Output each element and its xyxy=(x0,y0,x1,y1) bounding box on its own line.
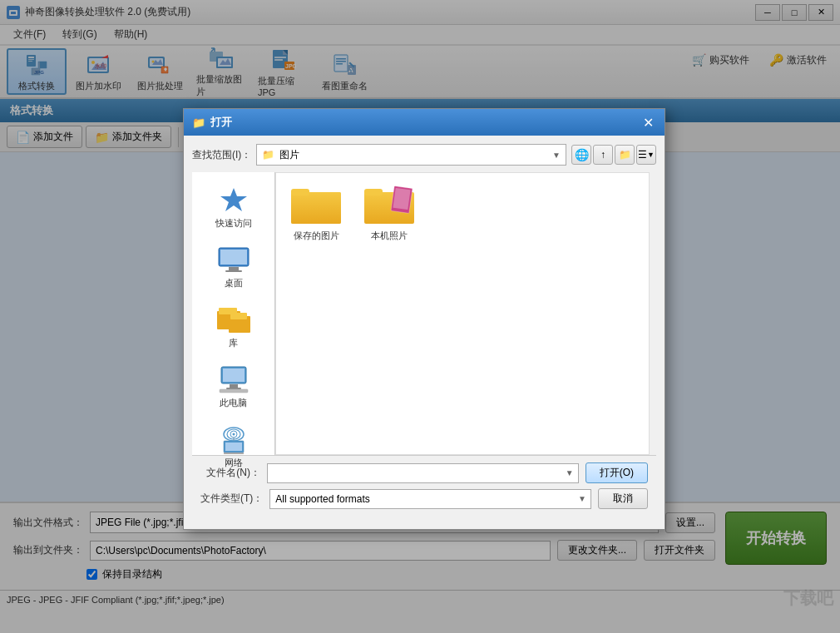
desktop-icon xyxy=(215,245,252,274)
filetype-row: 文件类型(T)： All supported formats ▼ 取消 xyxy=(200,488,648,509)
location-label: 查找范围(I)： xyxy=(192,148,251,162)
svg-rect-43 xyxy=(226,388,241,389)
location-value: 图片 xyxy=(279,148,299,162)
desktop-label: 桌面 xyxy=(225,277,243,289)
svg-rect-44 xyxy=(220,389,248,393)
nav-up-button[interactable]: ↑ xyxy=(593,145,613,165)
nav-back-icon: 🌐 xyxy=(575,148,589,161)
library-label: 库 xyxy=(229,337,238,349)
local-photos-label: 本机照片 xyxy=(371,230,408,242)
dialog-content: 查找范围(I)： 📁 图片 ▼ 🌐 ↑ 📁 xyxy=(184,136,665,529)
sidebar-item-this-pc[interactable]: 此电脑 xyxy=(197,359,270,415)
open-file-dialog: 📁 打开 ✕ 查找范围(I)： 📁 图片 ▼ 🌐 xyxy=(183,108,665,530)
dialog-cancel-button[interactable]: 取消 xyxy=(598,488,648,509)
nav-views-button[interactable]: ☰ ▼ xyxy=(636,145,656,165)
dialog-open-button[interactable]: 打开(O) xyxy=(586,462,648,483)
nav-views-icon: ☰ xyxy=(638,149,647,161)
this-pc-icon xyxy=(215,364,252,394)
svg-rect-33 xyxy=(220,250,247,265)
svg-rect-59 xyxy=(393,188,410,210)
saved-images-label: 保存的图片 xyxy=(294,230,339,242)
sidebar-item-library[interactable]: 库 xyxy=(197,299,270,355)
dialog-left-panel: 快速访问 桌面 xyxy=(192,172,275,455)
location-select[interactable]: 📁 图片 ▼ xyxy=(256,144,566,166)
dialog-title: 打开 xyxy=(210,115,232,130)
filename-input[interactable] xyxy=(267,463,579,483)
quick-access-label: 快速访问 xyxy=(215,217,252,230)
dialog-title-bar: 📁 打开 ✕ xyxy=(184,109,665,136)
nav-new-folder-button[interactable]: 📁 xyxy=(615,145,635,165)
nav-new-folder-icon: 📁 xyxy=(619,149,631,161)
location-nav: 🌐 ↑ 📁 ☰ ▼ xyxy=(571,145,656,165)
dialog-close-button[interactable]: ✕ xyxy=(640,114,656,131)
svg-marker-31 xyxy=(220,188,247,211)
nav-views-arrow: ▼ xyxy=(647,151,655,159)
location-folder-icon: 📁 xyxy=(262,149,274,161)
saved-images-folder-icon xyxy=(291,184,341,226)
file-item-local-photos[interactable]: 本机照片 xyxy=(356,180,422,246)
filetype-label: 文件类型(T)： xyxy=(200,492,263,506)
network-icon xyxy=(215,424,252,454)
library-icon xyxy=(215,304,252,334)
dialog-body: 快速访问 桌面 xyxy=(192,172,656,455)
svg-rect-57 xyxy=(364,189,383,195)
svg-rect-55 xyxy=(291,189,309,195)
filename-row: 文件名(N)： ▼ 打开(O) xyxy=(200,462,648,483)
svg-rect-41 xyxy=(223,368,245,382)
svg-rect-48 xyxy=(224,452,244,454)
svg-rect-35 xyxy=(225,270,242,272)
this-pc-label: 此电脑 xyxy=(220,397,247,409)
location-row: 查找范围(I)： 📁 图片 ▼ 🌐 ↑ 📁 xyxy=(192,144,656,166)
sidebar-item-desktop[interactable]: 桌面 xyxy=(197,239,270,295)
svg-rect-54 xyxy=(291,192,341,224)
filetype-select[interactable]: All supported formats xyxy=(269,489,591,509)
nav-up-icon: ↑ xyxy=(600,149,605,161)
sidebar-item-quick-access[interactable]: 快速访问 xyxy=(197,179,270,235)
svg-rect-34 xyxy=(229,267,239,270)
svg-point-52 xyxy=(232,433,235,436)
quick-access-icon xyxy=(215,185,252,215)
dialog-title-icon: 📁 xyxy=(192,116,205,129)
filename-label: 文件名(N)： xyxy=(200,466,260,480)
local-photos-folder-icon xyxy=(364,184,414,226)
file-item-saved-images[interactable]: 保存的图片 xyxy=(283,180,349,246)
dialog-file-area: 保存的图片 xyxy=(275,172,650,455)
nav-back-button[interactable]: 🌐 xyxy=(571,145,591,165)
svg-rect-46 xyxy=(225,443,242,451)
location-dropdown-arrow: ▼ xyxy=(552,151,561,160)
svg-rect-42 xyxy=(230,384,238,388)
svg-rect-39 xyxy=(230,313,247,319)
